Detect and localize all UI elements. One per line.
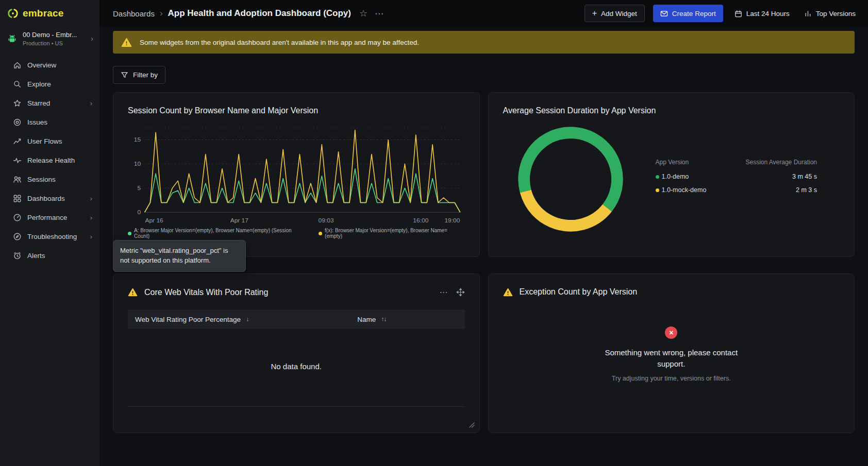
drag-move-icon[interactable] [456,288,465,297]
svg-text:09:03: 09:03 [319,218,334,223]
widget-actions: ⋯ [440,287,465,297]
widget-title: Core Web Vitals With Poor Rating [144,288,268,297]
metric-unsupported-tooltip: Metric "web_vital.rating_poor_pct" is no… [113,240,246,272]
dashboards-icon [13,194,22,203]
sidebar-item-sessions[interactable]: Sessions [0,170,99,189]
legend-row[interactable]: 1.0-mock-demo 2 m 3 s [656,186,817,194]
favorite-star-icon[interactable]: ☆ [359,8,368,19]
user-flows-icon [13,137,22,146]
column-header-web-vital-poor-pct[interactable]: Web Vital Rating Poor Percentage ↓ [128,316,350,323]
sidebar-item-alerts[interactable]: Alerts [0,246,99,265]
sidebar-item-label: Alerts [27,252,45,260]
sidebar-item-label: Performance [27,214,67,221]
sidebar-item-starred[interactable]: Starred › [0,94,99,113]
sidebar-item-label: Dashboards [27,195,65,202]
add-widget-label: Add Widget [601,10,637,18]
home-icon [13,61,22,70]
legend-version-label: 1.0-mock-demo [662,186,707,194]
search-icon [13,80,22,89]
alerts-icon [13,251,22,260]
legend-item[interactable]: f(x): Browser Major Version=(empty), Bro… [319,228,464,239]
sessions-icon [13,175,22,184]
top-versions-label: Top Versions [816,10,856,18]
time-range-button[interactable]: Last 24 Hours [731,5,793,22]
donut-legend-headers: App Version Session Average Duration [656,159,817,166]
app-root: embrace 00 Demo - Embr... Production • U… [0,0,868,466]
widget-avg-session-duration: Average Session Duration by App Version … [488,92,855,257]
topbar-actions: + Add Widget Create Report Last 24 Hours… [585,5,859,22]
sidebar-item-label: Issues [27,118,47,126]
sidebar-item-label: User Flows [27,137,62,145]
app-selector[interactable]: 00 Demo - Embr... Production • US › [0,27,99,53]
sidebar-item-performance[interactable]: Performance › [0,208,99,227]
sidebar-item-user-flows[interactable]: User Flows [0,132,99,151]
legend-label: f(x): Browser Major Version=(empty), Bro… [325,228,464,239]
sidebar-item-label: Troubleshooting [27,233,77,240]
table-footer-divider [128,406,465,407]
legend-dot [128,232,131,235]
donut-legend: App Version Session Average Duration 1.0… [656,159,817,200]
breadcrumb-chevron-icon: › [160,8,163,19]
top-versions-button[interactable]: Top Versions [801,5,859,22]
legend-item[interactable]: A: Browser Major Version=(empty), Browse… [128,228,308,239]
sidebar-item-overview[interactable]: Overview [0,56,99,75]
empty-state-message: No data found. [128,329,465,419]
performance-icon [13,213,22,222]
star-icon [13,99,22,108]
sidebar-item-label: Explore [27,80,51,88]
widget-more-icon[interactable]: ⋯ [440,287,449,297]
legend-dot [319,232,322,235]
legend-version: 1.0-demo [656,173,689,180]
legend-version: 1.0-mock-demo [656,186,707,194]
widget-exception-count: Exception Count by App Version × Somethi… [488,273,855,433]
chevron-right-icon: › [91,35,93,42]
warning-icon[interactable] [503,288,513,297]
sort-both-icon: ↑↓ [381,316,386,323]
create-report-label: Create Report [672,10,716,18]
warning-icon[interactable] [128,288,138,297]
legend-row[interactable]: 1.0-demo 3 m 45 s [656,173,817,180]
chevron-right-icon: › [90,233,92,240]
sidebar-item-label: Starred [27,99,50,107]
widget-title: Average Session Duration by App Version [503,106,840,115]
embrace-logo-icon [7,8,19,19]
dashboard-content: Some widgets from the original dashboard… [99,27,868,466]
page-title: App Health and Adoption Dashboard (Copy) [168,8,351,19]
table-header-row: Web Vital Rating Poor Percentage ↓ Name … [128,309,465,329]
sidebar-item-dashboards[interactable]: Dashboards › [0,189,99,208]
widget-title: Session Count by Browser Name and Major … [128,106,465,115]
session-count-chart: 051015Apr 16Apr 1709:0316:0019:00 [128,124,465,226]
more-menu-icon[interactable]: ⋯ [375,8,385,19]
chevron-right-icon: › [90,195,92,202]
error-state: × Something went wrong, please contact s… [503,297,840,419]
column-label: Name [357,316,376,323]
sidebar-item-label: Release Health [27,157,75,164]
chevron-right-icon: › [90,214,92,221]
sidebar-item-explore[interactable]: Explore [0,75,99,94]
embrace-logo[interactable]: embrace [0,0,99,27]
svg-text:15: 15 [134,136,141,142]
legend-version-label: 1.0-demo [662,173,689,180]
create-report-button[interactable]: Create Report [653,5,723,22]
widget-head: Core Web Vitals With Poor Rating ⋯ [128,287,465,297]
error-title: Something went wrong, please contact sup… [594,347,748,370]
svg-text:19:00: 19:00 [444,218,460,223]
svg-text:10: 10 [134,161,141,166]
svg-text:0: 0 [137,209,141,215]
add-widget-button[interactable]: + Add Widget [585,5,645,22]
filter-by-button[interactable]: Filter by [113,66,165,84]
issues-icon [13,118,22,127]
column-header-name[interactable]: Name ↑↓ [350,316,393,323]
time-range-label: Last 24 Hours [746,10,790,18]
resize-handle-icon[interactable] [469,422,475,428]
widget-head: Exception Count by App Version [503,287,840,297]
filter-funnel-icon [121,71,128,79]
legend-header-duration: Session Average Duration [745,159,817,166]
warning-banner: Some widgets from the original dashboard… [113,31,855,54]
breadcrumb[interactable]: Dashboards [113,9,155,18]
legend-label: A: Browser Major Version=(empty), Browse… [134,228,308,239]
sidebar-item-release-health[interactable]: Release Health [0,151,99,170]
sidebar-item-troubleshooting[interactable]: Troubleshooting › [0,227,99,246]
legend-header-version: App Version [656,159,689,166]
sidebar-item-issues[interactable]: Issues [0,113,99,132]
